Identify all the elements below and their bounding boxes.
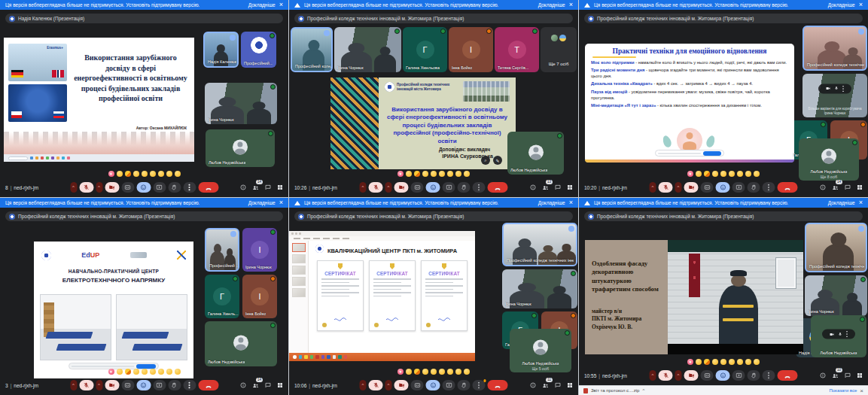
blue-button[interactable] [703, 151, 721, 156]
video-tile[interactable]: Г Галина Хмельова [403, 27, 447, 72]
close-icon[interactable]: × [279, 2, 283, 8]
camera-off-button[interactable] [684, 370, 699, 381]
reaction-thinking-icon[interactable] [455, 171, 461, 177]
reaction-thumbs-down-icon[interactable] [175, 171, 181, 177]
apps-grid-icon[interactable] [277, 184, 283, 190]
video-tile[interactable]: Професійний коледж технічних інно... [502, 223, 577, 266]
ppt-slide-thumbnails[interactable] [289, 241, 309, 353]
end-call-button[interactable] [778, 182, 798, 193]
reaction-thinking-icon[interactable] [745, 359, 751, 365]
camera-options-caret[interactable]: ^ [96, 182, 102, 193]
reaction-sad-icon[interactable] [158, 171, 164, 177]
camera-options-caret[interactable]: ^ [675, 370, 682, 381]
mic-off-button[interactable] [369, 380, 383, 390]
details-link[interactable]: Докладніше [248, 200, 276, 205]
captions-button[interactable] [701, 182, 714, 193]
reaction-sad-icon[interactable] [447, 171, 453, 177]
reaction-clap-icon[interactable] [422, 171, 428, 177]
info-icon[interactable] [240, 184, 246, 190]
raise-hand-button[interactable] [748, 370, 760, 381]
camera-options-caret[interactable]: ^ [96, 380, 102, 390]
reaction-tada-icon[interactable] [704, 171, 710, 177]
chat-icon[interactable] [555, 184, 561, 190]
reaction-thumbs-up-icon[interactable] [406, 171, 412, 177]
mic-options-caret[interactable]: ^ [70, 182, 77, 193]
more-options-button[interactable] [763, 370, 775, 381]
captions-button[interactable] [411, 182, 424, 193]
zoom-control-icon[interactable]: ⌕ [481, 156, 490, 165]
raise-hand-button[interactable] [168, 182, 181, 193]
details-link[interactable]: Докладніше [538, 2, 565, 8]
present-screen-button[interactable] [153, 182, 166, 193]
details-link[interactable]: Докладніше [538, 200, 565, 205]
captions-button[interactable] [121, 380, 134, 390]
reactions-button[interactable] [426, 380, 440, 390]
video-tile[interactable]: Більше варіантів для користувача Ірина Ч… [803, 74, 867, 117]
reaction-clap-icon[interactable] [712, 359, 718, 365]
reaction-surprised-icon[interactable] [150, 369, 156, 375]
raise-hand-button[interactable] [748, 182, 760, 193]
mic-off-button[interactable] [79, 182, 93, 193]
reactions-button[interactable] [426, 182, 440, 193]
video-tile[interactable]: Професійний коледж технічних ін... [805, 223, 867, 272]
mic-off-button[interactable] [659, 182, 673, 193]
reaction-thinking-icon[interactable] [455, 369, 461, 375]
video-tile[interactable]: І Ірина Чорнюк [242, 228, 277, 272]
reaction-surprised-icon[interactable] [729, 359, 735, 365]
info-icon[interactable] [240, 382, 246, 388]
camera-off-button[interactable] [394, 380, 409, 390]
download-file-name[interactable]: Звіт та протокол с....zip [591, 388, 639, 393]
raise-hand-button[interactable] [458, 182, 471, 193]
reaction-joy-icon[interactable] [720, 171, 726, 177]
reaction-thumbs-up-icon[interactable] [117, 171, 123, 177]
close-icon[interactable]: × [860, 387, 863, 394]
reaction-heart-icon[interactable]: ♥ [687, 171, 693, 177]
reaction-joy-icon[interactable] [431, 369, 437, 375]
mic-off-button[interactable] [659, 370, 673, 381]
details-link[interactable]: Докладніше [248, 2, 276, 8]
close-icon[interactable]: × [859, 199, 863, 206]
details-link[interactable]: Докладніше [828, 2, 855, 8]
end-call-button[interactable] [778, 370, 798, 381]
info-icon[interactable] [820, 184, 826, 190]
camera-off-button[interactable] [684, 182, 699, 193]
reaction-heart-icon[interactable]: ♥ [397, 171, 404, 177]
reaction-surprised-icon[interactable] [729, 171, 735, 177]
chat-icon[interactable] [265, 382, 271, 388]
reaction-sad-icon[interactable] [737, 359, 743, 365]
end-call-button[interactable] [488, 380, 508, 390]
reaction-tada-icon[interactable] [704, 359, 710, 365]
apps-grid-icon[interactable] [277, 382, 283, 388]
mic-options-caret[interactable]: ^ [650, 182, 656, 193]
more-options-button[interactable] [473, 380, 486, 390]
info-icon[interactable] [530, 382, 536, 388]
camera-off-button[interactable] [105, 380, 119, 390]
more-options-button[interactable] [763, 182, 775, 193]
reaction-joy-icon[interactable] [431, 171, 437, 177]
mic-options-caret[interactable]: ^ [360, 380, 367, 390]
present-screen-button[interactable] [732, 370, 745, 381]
reaction-heart-icon[interactable]: ♥ [108, 171, 114, 177]
reaction-sad-icon[interactable] [737, 171, 743, 177]
video-tile[interactable]: Любов Недзвійська Ще 5 осіб [510, 329, 571, 372]
present-screen-button[interactable] [153, 380, 166, 390]
more-options-button[interactable] [183, 182, 196, 193]
camera-off-button[interactable] [394, 182, 409, 193]
captions-button[interactable] [121, 182, 134, 193]
video-tile[interactable]: Любов Недзвійська [811, 315, 866, 357]
mic-options-caret[interactable]: ^ [650, 370, 656, 381]
more-options-button[interactable] [473, 182, 486, 193]
people-icon[interactable]: 13 [542, 184, 549, 191]
mic-options-caret[interactable]: ^ [360, 182, 367, 193]
reaction-thumbs-up-icon[interactable] [696, 359, 702, 365]
camera-options-caret[interactable]: ^ [675, 182, 682, 193]
present-screen-button[interactable] [443, 380, 455, 390]
video-tile[interactable]: Ірина Чорнюк [205, 83, 277, 124]
reaction-surprised-icon[interactable] [439, 369, 445, 375]
people-icon[interactable]: 14 [832, 184, 839, 191]
pinned-presenter-bar[interactable]: Професійний коледж технічних інновацій м… [584, 14, 863, 23]
video-tile[interactable]: Ірина Чорнюк [502, 269, 577, 308]
video-tile[interactable]: Професійний коледж технічних інно... [803, 26, 867, 71]
reaction-tada-icon[interactable] [125, 369, 131, 375]
reaction-thumbs-down-icon[interactable] [175, 369, 181, 375]
